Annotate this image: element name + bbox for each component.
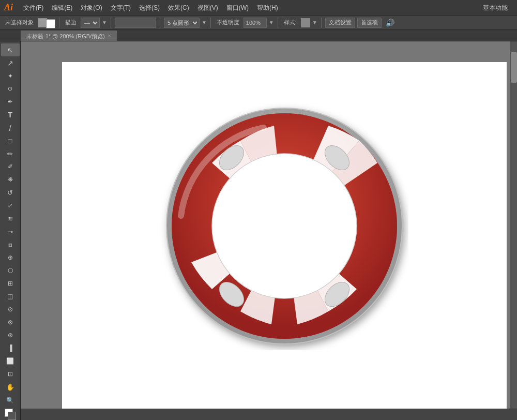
opacity-label: 不透明度 xyxy=(215,19,241,26)
graph-btn[interactable]: ▐ xyxy=(1,342,20,355)
zoom-icon: 🔍 xyxy=(6,397,14,404)
symbol-icon: ⊛ xyxy=(8,332,13,339)
free-transform-btn[interactable]: ⧈ xyxy=(1,238,20,251)
stroke-color-box[interactable] xyxy=(46,19,55,28)
perspective-btn[interactable]: ⬡ xyxy=(1,264,20,277)
brush-select[interactable]: 5 点圆形 xyxy=(164,18,200,28)
stroke-value-input[interactable] xyxy=(115,18,156,28)
menu-object[interactable]: 对象(O) xyxy=(77,0,106,16)
warp-tool-btn[interactable]: ≋ xyxy=(1,212,20,225)
basic-func-label: 基本功能 xyxy=(478,0,513,16)
artboard-btn[interactable]: ⬜ xyxy=(1,355,20,368)
direct-selection-icon: ↗ xyxy=(7,59,13,67)
brush-icon: ✏ xyxy=(7,150,13,158)
selection-icon: ↖ xyxy=(7,46,13,54)
scale-tool-btn[interactable]: ⤢ xyxy=(1,199,20,212)
zoom-btn[interactable]: 🔍 xyxy=(1,394,20,407)
tab-bar: 未标题-1* @ 200% (RGB/预览) × xyxy=(0,30,517,41)
rotate-tool-btn[interactable]: ↺ xyxy=(1,186,20,199)
opacity-input[interactable] xyxy=(244,18,267,28)
life-preserver-artwork xyxy=(160,102,408,350)
shape-builder-icon: ⊕ xyxy=(8,254,13,261)
slice-btn[interactable]: ⊡ xyxy=(1,368,20,381)
mesh-icon: ⊞ xyxy=(8,280,13,287)
document-tab[interactable]: 未标题-1* @ 200% (RGB/预览) × xyxy=(21,31,117,41)
menu-file[interactable]: 文件(F) xyxy=(19,0,48,16)
rotate-icon: ↺ xyxy=(7,189,13,197)
graph-icon: ▐ xyxy=(8,344,12,352)
gradient-icon: ◫ xyxy=(7,293,13,300)
scale-icon: ⤢ xyxy=(8,202,12,209)
eyedropper-btn[interactable]: ⊘ xyxy=(1,303,20,316)
blend-icon: ⊗ xyxy=(8,319,13,326)
left-toolbar: ↖ ↗ ✦ ⊙ ✒ T / □ ✏ ✐ ❋ ↺ xyxy=(0,41,21,420)
blob-icon: ❋ xyxy=(8,176,13,183)
width-icon: ⊸ xyxy=(8,228,13,235)
rect-icon: □ xyxy=(8,137,12,145)
gradient-btn[interactable]: ◫ xyxy=(1,290,20,303)
lasso-tool-btn[interactable]: ⊙ xyxy=(1,82,20,95)
life-preserver-svg xyxy=(160,102,408,350)
blob-brush-tool-btn[interactable]: ❋ xyxy=(1,173,20,186)
line-icon: / xyxy=(9,124,11,132)
shape-builder-btn[interactable]: ⊕ xyxy=(1,251,20,264)
stroke-swatch[interactable] xyxy=(8,412,16,420)
toolbar: 未选择对象 描边 — ▼ 5 点圆形 ▼ 不透明度 ▼ 样式: ▼ 文档设置 首… xyxy=(0,16,517,30)
menu-edit[interactable]: 编辑(E) xyxy=(48,0,77,16)
lasso-icon: ⊙ xyxy=(8,85,12,92)
perspective-icon: ⬡ xyxy=(8,267,13,274)
pencil-icon: ✐ xyxy=(8,163,13,170)
hand-btn[interactable]: ✋ xyxy=(1,381,20,394)
menu-help[interactable]: 帮助(H) xyxy=(253,0,282,16)
magic-wand-tool-btn[interactable]: ✦ xyxy=(1,69,20,82)
pencil-tool-btn[interactable]: ✐ xyxy=(1,160,20,173)
sep4 xyxy=(210,18,211,28)
direct-selection-tool-btn[interactable]: ↗ xyxy=(1,56,20,69)
selection-tool-btn[interactable]: ↖ xyxy=(1,43,20,56)
pen-tool-btn[interactable]: ✒ xyxy=(1,95,20,108)
sep6 xyxy=(321,18,322,28)
scroll-thumb[interactable] xyxy=(511,52,517,83)
type-tool-btn[interactable]: T xyxy=(1,108,20,121)
sep2 xyxy=(111,18,111,28)
menu-window[interactable]: 窗口(W) xyxy=(222,0,253,16)
opacity-arrow: ▼ xyxy=(269,20,274,25)
mesh-btn[interactable]: ⊞ xyxy=(1,277,20,290)
paintbrush-tool-btn[interactable]: ✏ xyxy=(1,147,20,160)
free-transform-icon: ⧈ xyxy=(8,241,12,248)
speaker-icon[interactable]: 🔊 xyxy=(386,19,394,27)
main-area: ↖ ↗ ✦ ⊙ ✒ T / □ ✏ ✐ ❋ ↺ xyxy=(0,41,517,420)
warp-icon: ≋ xyxy=(8,215,13,222)
pen-icon: ✒ xyxy=(7,98,13,106)
no-selection-label: 未选择对象 xyxy=(3,19,36,26)
menu-text[interactable]: 文字(T) xyxy=(107,0,135,16)
width-tool-btn[interactable]: ⊸ xyxy=(1,225,20,238)
canvas-document[interactable] xyxy=(62,62,507,415)
style-label: 样式: xyxy=(282,19,299,26)
line-tool-btn[interactable]: / xyxy=(1,121,20,134)
doc-settings-btn[interactable]: 文档设置 xyxy=(325,18,355,28)
menu-select[interactable]: 选择(S) xyxy=(135,0,164,16)
ai-logo: Ai xyxy=(4,2,13,13)
hand-icon: ✋ xyxy=(6,383,14,391)
menu-bar: Ai 文件(F) 编辑(E) 对象(O) 文字(T) 选择(S) 效果(C) 视… xyxy=(0,0,517,16)
sep5 xyxy=(278,18,278,28)
type-icon: T xyxy=(8,110,12,119)
fill-stroke-indicator[interactable] xyxy=(5,409,16,420)
menu-effect[interactable]: 效果(C) xyxy=(164,0,193,16)
rectangle-tool-btn[interactable]: □ xyxy=(1,134,20,147)
symbol-btn[interactable]: ⊛ xyxy=(1,329,20,342)
slice-icon: ⊡ xyxy=(8,370,13,378)
style-box[interactable] xyxy=(301,18,310,27)
blend-btn[interactable]: ⊗ xyxy=(1,316,20,329)
status-bar xyxy=(21,409,517,420)
sep3 xyxy=(160,18,160,28)
menu-view[interactable]: 视图(V) xyxy=(193,0,222,16)
preferences-btn[interactable]: 首选项 xyxy=(357,18,382,28)
style-arrow: ▼ xyxy=(312,20,317,25)
tab-close-btn[interactable]: × xyxy=(108,31,111,41)
vertical-scrollbar[interactable] xyxy=(510,41,517,420)
canvas-area[interactable] xyxy=(21,41,517,420)
stroke-select[interactable]: — xyxy=(81,18,100,28)
color-swatches xyxy=(5,409,16,420)
